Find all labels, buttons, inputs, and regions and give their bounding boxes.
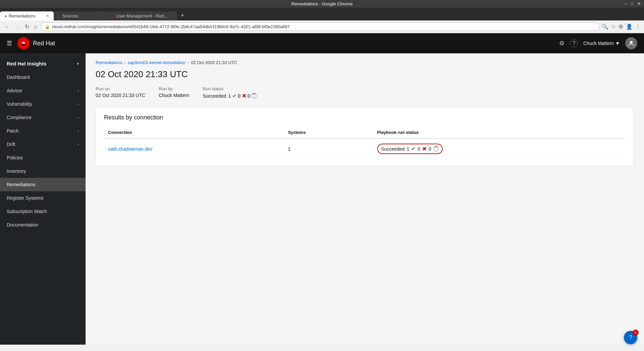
minimize-btn[interactable]: – [625,1,627,6]
browser-toolbar-actions: 🔍 ☆ ⚙ 👤 ⋮ [602,23,641,30]
nav-actions: ⚙ ? Chuck Mattern ▼ [559,37,637,49]
vulnerability-chevron: › [78,102,79,106]
run-pending-icon [251,93,257,99]
col-systems: Systems [284,127,373,139]
bookmark-icon[interactable]: ☆ [611,23,616,30]
playbook-status-cell: Succeeded 1 ✔ 0 ✖ 0 [373,139,626,159]
close-btn[interactable]: ✕ [637,1,641,6]
user-name[interactable]: Chuck Mattern ▼ [583,41,620,46]
tab-close-remediations[interactable]: ✕ [46,14,49,18]
tab-remediations[interactable]: ● Remediations ✕ [0,11,54,20]
address-text: cloud.redhat.com/insights/remediations/e… [52,24,290,29]
tab-label-remediations: Remediations [9,13,36,18]
compliance-chevron: › [78,115,79,119]
run-status-value: Succeeded [203,93,226,99]
run-success-icon: ✔ [232,93,237,99]
run-by-value: Chuck Mattern [159,93,189,98]
run-meta: Run on 02 Oct 2020 21:33 UTC Run by Chuc… [96,86,634,99]
tab-sources[interactable]: ● Sources ✕ [54,11,107,20]
run-on-label: Run on [96,86,145,91]
sidebar-item-patch[interactable]: Patch › [0,124,86,138]
redhat-logo [17,37,30,49]
sidebar-item-vulnerability[interactable]: Vulnerability › [0,97,86,111]
search-icon[interactable]: 🔍 [602,23,608,30]
patch-chevron: › [78,129,79,133]
breadcrumb-current: 02 Oct 2020 21:33 UTC [191,60,237,65]
menu-icon[interactable]: ⋮ [635,23,641,30]
run-status-line: Succeeded 1 ✔ 0 ✖ 0 [203,93,257,99]
address-bar[interactable]: 🔒 cloud.redhat.com/insights/remediations… [41,22,600,31]
browser-title: Remediations - Google Chrome [291,1,353,6]
app-layout: ☰ Red Hat ⚙ ? Chuck Mattern ▼ [0,33,644,345]
advisor-chevron: › [78,89,79,93]
help-badge: 5 [633,330,639,336]
run-on-item: Run on 02 Oct 2020 21:33 UTC [96,86,145,99]
results-table-header: Connection Systems Playbook run status [104,127,626,139]
sidebar-brand-label: Red Hat Insights [7,61,46,66]
maximize-btn[interactable]: □ [631,1,633,6]
tab-label-user-management: User Management - Red... [116,13,167,18]
results-section: Results by connection Connection Systems… [96,107,634,166]
col-playbook-status: Playbook run status [373,127,626,139]
table-row: sat6.shadowman.dev 1 Succeeded 1 ✔ 0 [104,139,626,159]
sidebar-item-dashboard[interactable]: Dashboard [0,70,86,84]
sidebar-item-documentation[interactable]: Documentation [0,218,86,232]
run-count-3: 0 [248,93,250,99]
breadcrumb-remediations[interactable]: Remediations [96,60,122,65]
sidebar-brand[interactable]: Red Hat Insights ▾ [0,57,86,70]
run-count-1: 1 [228,93,231,99]
connection-cell: sat6.shadowman.dev [104,139,284,159]
user-avatar[interactable] [625,37,637,49]
sidebar-item-subscription-watch[interactable]: Subscription Watch [0,205,86,218]
results-table-body: sat6.shadowman.dev 1 Succeeded 1 ✔ 0 [104,139,626,159]
help-button[interactable]: ? [570,39,578,47]
gear-button[interactable]: ⚙ [559,40,564,47]
tab-favicon-user-management: ● [112,14,114,18]
hamburger-button[interactable]: ☰ [7,40,12,47]
sidebar-item-policies[interactable]: Policies [0,151,86,164]
breadcrumb-sep-1: › [125,60,126,65]
row-count-2: 0 [417,146,420,152]
breadcrumb-remediation-name[interactable]: sap9vm03-kernel-remediation [128,60,186,65]
extensions-icon[interactable]: ⚙ [618,23,623,30]
sidebar-item-compliance[interactable]: Compliance › [0,111,86,124]
sidebar-item-register-systems[interactable]: Register Systems [0,191,86,205]
help-icon: ? [629,335,632,341]
sidebar-brand-chevron: ▾ [77,61,79,66]
brand-name: Red Hat [33,40,55,47]
sidebar-item-advisor[interactable]: Advisor › [0,84,86,97]
svg-point-1 [630,41,633,44]
sidebar-item-inventory[interactable]: Inventory [0,164,86,178]
status-oval: Succeeded 1 ✔ 0 ✖ 0 [377,144,443,154]
breadcrumb: Remediations › sap9vm03-kernel-remediati… [96,60,634,65]
row-count-3: 0 [429,146,431,152]
page-title: 02 Oct 2020 21:33 UTC [96,69,634,80]
sidebar-item-remediations[interactable]: Remediations [0,178,86,191]
brand: Red Hat [17,37,55,49]
drift-chevron: › [78,142,79,146]
sidebar-item-drift[interactable]: Drift › [0,138,86,151]
run-status-item: Run status Succeeded 1 ✔ 0 ✖ 0 [203,86,257,99]
new-tab-button[interactable]: + [177,11,188,20]
run-status-label: Run status [203,86,257,91]
run-failure-icon: ✖ [242,93,246,99]
tab-close-user-management[interactable]: ✕ [169,14,172,18]
results-table: Connection Systems Playbook run status s… [104,127,626,159]
profile-icon[interactable]: 👤 [626,23,633,30]
col-connection: Connection [104,127,284,139]
connection-link[interactable]: sat6.shadowman.dev [108,146,152,152]
nav-refresh-button[interactable]: ↻ [23,23,31,31]
row-failure-icon: ✖ [422,146,427,152]
browser-tabs: ● Remediations ✕ ● Sources ✕ ● User Mana… [0,8,644,20]
results-title: Results by connection [104,114,626,121]
window-controls[interactable]: – □ ✕ [625,1,641,6]
run-status-badge: 1 ✔ 0 ✖ 0 [228,93,257,99]
nav-home-button[interactable]: ⌂ [33,23,39,31]
tab-close-sources[interactable]: ✕ [100,14,103,18]
tab-user-management[interactable]: ● User Management - Red... ✕ [107,11,177,20]
floating-help-button[interactable]: ? 5 [624,331,637,344]
nav-back-button[interactable]: ← [3,23,11,31]
nav-forward-button[interactable]: → [13,23,21,31]
user-chevron: ▼ [615,41,620,46]
systems-cell: 1 [284,139,373,159]
